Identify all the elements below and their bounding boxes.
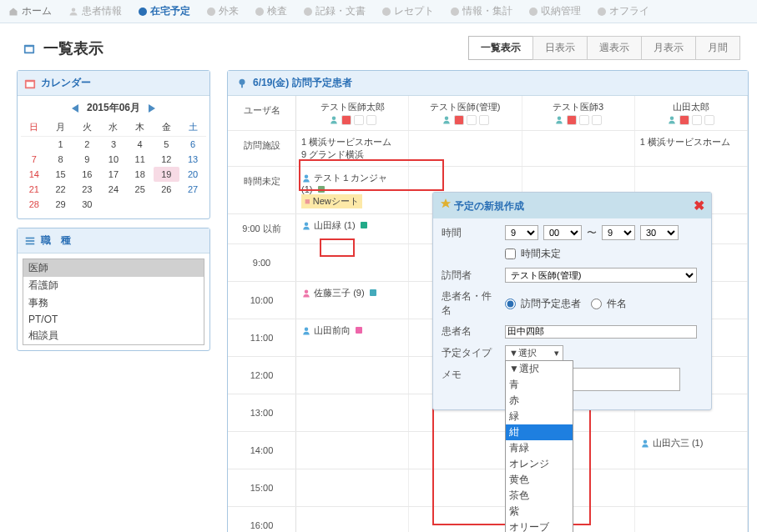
facility-cell-3[interactable]: 1 横浜サービスホーム bbox=[635, 131, 748, 166]
doc-icon[interactable] bbox=[692, 115, 702, 125]
cell-13-0[interactable] bbox=[296, 394, 409, 431]
calendar-day[interactable]: 24 bbox=[100, 182, 127, 197]
calendar-day[interactable]: 3 bbox=[100, 137, 127, 152]
user-col-2[interactable]: テスト医師3 bbox=[522, 96, 635, 130]
calendar-day[interactable]: 13 bbox=[179, 152, 206, 167]
cell-16-3[interactable] bbox=[635, 507, 748, 532]
nav-patient[interactable]: 患者情報 bbox=[60, 0, 130, 23]
calendar-day[interactable]: 9 bbox=[73, 152, 100, 167]
visitor-select[interactable]: テスト医師(管理) bbox=[505, 268, 697, 283]
calendar-day[interactable]: 20 bbox=[179, 167, 206, 182]
doc-icon[interactable] bbox=[467, 115, 477, 125]
calendar-day[interactable]: 29 bbox=[48, 197, 74, 212]
nav-outpatient[interactable]: 外来 bbox=[199, 0, 247, 23]
view-month[interactable]: 月表示 bbox=[641, 36, 696, 60]
calendar-day[interactable]: 22 bbox=[48, 182, 74, 197]
type-option[interactable]: 青 bbox=[506, 377, 573, 393]
doc-icon[interactable] bbox=[479, 115, 489, 125]
end-hour-select[interactable]: 9 bbox=[602, 225, 635, 240]
calendar-day[interactable]: 30 bbox=[73, 197, 100, 212]
calendar-day[interactable] bbox=[154, 197, 180, 212]
time-undef-cell-0[interactable]: テスト１カンジャ (1) ■ Newシート bbox=[296, 167, 409, 213]
calendar-day[interactable]: 28 bbox=[21, 197, 48, 212]
type-option[interactable]: 緑 bbox=[506, 409, 573, 424]
doc-icon[interactable] bbox=[354, 115, 364, 125]
doc-icon[interactable] bbox=[579, 115, 589, 125]
nav-home-visit[interactable]: 在宅予定 bbox=[130, 0, 199, 23]
before-9-cell-0[interactable]: 山田緑 (1) bbox=[296, 214, 409, 243]
type-option[interactable]: 紺 bbox=[506, 424, 573, 440]
pdf-icon[interactable] bbox=[454, 115, 464, 125]
calendar-day[interactable] bbox=[21, 137, 48, 152]
doc-icon[interactable] bbox=[366, 115, 376, 125]
calendar-day[interactable]: 1 bbox=[48, 137, 74, 152]
cell-9-0[interactable] bbox=[296, 244, 409, 281]
cell-14-0[interactable] bbox=[296, 432, 409, 469]
new-sheet-label[interactable]: Newシート bbox=[313, 196, 359, 206]
type-option[interactable]: オリーブ bbox=[506, 519, 573, 532]
cell-12-0[interactable] bbox=[296, 357, 409, 394]
calendar-day[interactable]: 18 bbox=[127, 167, 154, 182]
cell-16-0[interactable] bbox=[296, 507, 409, 532]
facility-cell-1[interactable] bbox=[409, 131, 522, 166]
calendar-day[interactable]: 21 bbox=[21, 182, 48, 197]
cell-14-3[interactable]: 山田六三 (1) bbox=[635, 432, 748, 469]
calendar-day[interactable]: 27 bbox=[179, 182, 206, 197]
calendar-day[interactable]: 19 bbox=[154, 167, 180, 182]
calendar-day[interactable]: 6 bbox=[179, 137, 206, 152]
calendar-day[interactable]: 17 bbox=[100, 167, 127, 182]
type-option[interactable]: 黄色 bbox=[506, 472, 573, 488]
nav-receipt[interactable]: レセプト bbox=[374, 0, 442, 23]
calendar-day[interactable]: 4 bbox=[127, 137, 154, 152]
nav-home[interactable]: ホーム bbox=[0, 0, 60, 23]
doc-icon[interactable] bbox=[592, 115, 602, 125]
calendar-day[interactable]: 14 bbox=[21, 167, 48, 182]
nav-info[interactable]: 情報・集計 bbox=[442, 0, 521, 23]
type-option[interactable]: 紫 bbox=[506, 504, 573, 519]
cell-10-0[interactable]: 佐藤三子 (9) bbox=[296, 282, 409, 319]
view-monthly[interactable]: 月間 bbox=[695, 36, 740, 60]
type-option[interactable]: 青緑 bbox=[506, 440, 573, 456]
close-icon[interactable]: ✖ bbox=[694, 198, 704, 213]
calendar-day[interactable]: 8 bbox=[48, 152, 74, 167]
view-week[interactable]: 週表示 bbox=[587, 36, 642, 60]
calendar-day[interactable]: 23 bbox=[73, 182, 100, 197]
pdf-icon[interactable] bbox=[679, 115, 689, 125]
view-list[interactable]: 一覧表示 bbox=[468, 36, 533, 60]
job-item[interactable]: 看護師 bbox=[23, 277, 204, 294]
type-option[interactable]: ▼選択 bbox=[506, 361, 573, 377]
calendar-day[interactable]: 15 bbox=[48, 167, 74, 182]
calendar-day[interactable] bbox=[179, 197, 206, 212]
radio-patient[interactable] bbox=[505, 299, 516, 309]
type-option[interactable]: 赤 bbox=[506, 393, 573, 409]
calendar-day[interactable]: 5 bbox=[154, 137, 180, 152]
job-item[interactable]: 相談員 bbox=[23, 327, 204, 344]
nav-records[interactable]: 記録・文書 bbox=[295, 0, 374, 23]
cell-15-3[interactable] bbox=[635, 469, 748, 506]
job-item[interactable]: 医師 bbox=[23, 259, 204, 277]
calendar-day[interactable]: 25 bbox=[127, 182, 154, 197]
calendar-day[interactable]: 10 bbox=[100, 152, 127, 167]
job-item[interactable]: PT/OT bbox=[23, 312, 204, 327]
pdf-icon[interactable] bbox=[567, 115, 577, 125]
cell-15-0[interactable] bbox=[296, 469, 409, 506]
type-option[interactable]: オレンジ bbox=[506, 456, 573, 472]
type-dropdown[interactable]: ▼選択▾ ▼選択青赤緑紺青緑オレンジ黄色茶色紫オリーブ灰色黒 bbox=[505, 345, 563, 361]
nav-exam[interactable]: 検査 bbox=[247, 0, 295, 23]
calendar-day[interactable]: 11 bbox=[127, 152, 154, 167]
type-option[interactable]: 茶色 bbox=[506, 488, 573, 504]
patient-name-input[interactable] bbox=[505, 325, 697, 339]
facility-cell-0[interactable]: 1 横浜サービスホーム 9 グランド横浜 bbox=[296, 131, 409, 166]
pdf-icon[interactable] bbox=[341, 115, 351, 125]
calendar-days[interactable]: 1234567891011121314151617181920212223242… bbox=[21, 137, 206, 212]
calendar-day[interactable] bbox=[127, 197, 154, 212]
nav-offline[interactable]: オフライ bbox=[589, 0, 658, 23]
view-day[interactable]: 日表示 bbox=[532, 36, 588, 60]
radio-subject[interactable] bbox=[591, 299, 602, 309]
end-min-select[interactable]: 30 bbox=[640, 225, 679, 240]
type-dropdown-list[interactable]: ▼選択青赤緑紺青緑オレンジ黄色茶色紫オリーブ灰色黒 bbox=[505, 360, 573, 532]
nav-storage[interactable]: 収納管理 bbox=[521, 0, 589, 23]
doc-icon[interactable] bbox=[704, 115, 714, 125]
calendar-day[interactable]: 16 bbox=[73, 167, 100, 182]
user-col-0[interactable]: テスト医師太郎 bbox=[296, 96, 409, 130]
